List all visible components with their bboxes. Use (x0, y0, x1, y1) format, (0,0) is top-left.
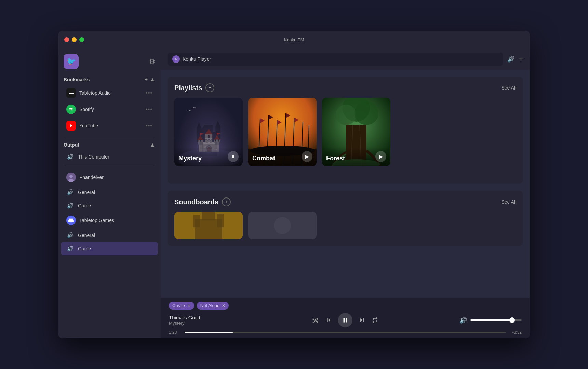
window-title: Kenku FM (284, 37, 304, 42)
mystery-play-btn[interactable]: ⏸ (228, 151, 239, 162)
volume-slider[interactable] (470, 319, 522, 321)
playlist-card-combat[interactable]: Combat ▶ (248, 98, 317, 166)
tag-castle-close[interactable]: ✕ (187, 303, 191, 308)
this-computer-label: This Computer (78, 154, 109, 160)
topbar-volume-icon[interactable]: 🔊 (507, 55, 515, 63)
forest-play-btn[interactable]: ▶ (375, 151, 386, 162)
progress-bar[interactable] (185, 332, 506, 333)
player-selector[interactable]: K Kenku Player (168, 53, 503, 66)
soundboards-section: Soundboards + See All (168, 191, 523, 246)
output-item-general-2[interactable]: 🔊 General (61, 229, 158, 242)
spotify-menu[interactable]: ••• (146, 106, 152, 112)
general-2-label: General (78, 233, 95, 238)
forest-name: Forest (326, 155, 345, 162)
settings-button[interactable]: ⚙ (149, 57, 155, 66)
soundboards-preview (174, 212, 516, 239)
output-item-game-2[interactable]: 🔊 Game (61, 242, 158, 255)
speaker-icon-5: 🔊 (66, 245, 75, 252)
svg-marker-13 (197, 122, 202, 128)
spotify-label: Spotify (79, 107, 94, 112)
game-2-label: Game (78, 246, 91, 251)
phandelver-avatar (66, 173, 76, 182)
svg-point-4 (69, 175, 73, 178)
progress-fill (185, 332, 233, 333)
combat-overlay: Combat ▶ (248, 147, 317, 166)
soundboard-card-2[interactable] (248, 212, 317, 239)
combat-play-btn[interactable]: ▶ (302, 151, 312, 162)
speaker-icon: 🔊 (66, 153, 75, 160)
soundboards-title: Soundboards (174, 198, 218, 206)
sidebar-item-spotify[interactable]: Spotify ••• (61, 101, 158, 118)
youtube-menu[interactable]: ••• (146, 123, 152, 129)
output-item-tabletop-games[interactable]: Tabletop Games (61, 212, 158, 229)
tag-not-alone-label: Not Alone (200, 303, 219, 308)
maximize-button[interactable] (79, 37, 84, 42)
output-collapse-icon[interactable]: ▲ (150, 142, 155, 148)
sidebar-header: 🐦 ⚙ (58, 54, 161, 74)
tag-not-alone-close[interactable]: ✕ (222, 303, 225, 308)
tag-castle-label: Castle (172, 303, 185, 308)
speaker-icon-4: 🔊 (66, 232, 75, 238)
volume-icon: 🔊 (459, 316, 467, 324)
close-button[interactable] (64, 37, 69, 42)
tabletop-audio-label: Tabletop Audio (79, 90, 111, 96)
svg-rect-11 (204, 125, 213, 134)
playlists-title: Playlists (174, 84, 202, 92)
bookmarks-collapse-icon[interactable]: ▲ (150, 77, 155, 83)
app-logo: 🐦 (64, 54, 79, 69)
pause-button[interactable] (338, 313, 352, 327)
player-dot: K (172, 55, 180, 63)
tabletop-audio-icon: ▬▬ (66, 88, 76, 98)
svg-rect-43 (217, 214, 224, 227)
speaker-icon-2: 🔊 (66, 189, 75, 195)
playlists-grid: Mystery ⏸ (174, 98, 516, 166)
repeat-button[interactable] (372, 317, 378, 324)
svg-point-38 (355, 101, 378, 125)
titlebar: Kenku FM (58, 31, 530, 49)
combat-name: Combat (252, 155, 275, 162)
speaker-icon-3: 🔊 (66, 202, 75, 209)
next-button[interactable] (359, 317, 365, 324)
sidebar-item-youtube[interactable]: YouTube ••• (61, 118, 158, 134)
playlists-see-all[interactable]: See All (501, 85, 516, 91)
output-item-phandelver[interactable]: Phandelver (61, 169, 158, 186)
playlist-card-forest[interactable]: Forest ▶ (322, 98, 390, 166)
scroll-area: Playlists + See All (161, 70, 530, 298)
prev-button[interactable] (325, 317, 332, 324)
main-content: K Kenku Player 🔊 + Playlists + See All (161, 49, 530, 338)
svg-marker-12 (200, 125, 204, 132)
app-window: Kenku FM 🐦 ⚙ Bookmarks + ▲ ▬▬ (58, 31, 530, 338)
phandelver-label: Phandelver (79, 175, 104, 180)
soundboards-add-button[interactable]: + (222, 197, 231, 206)
minimize-button[interactable] (72, 37, 77, 42)
mystery-overlay: Mystery ⏸ (174, 147, 243, 166)
spotify-icon (66, 105, 76, 114)
youtube-label: YouTube (79, 123, 98, 128)
svg-marker-14 (215, 121, 220, 127)
soundboards-header: Soundboards + See All (174, 197, 516, 206)
playlists-add-button[interactable]: + (205, 83, 214, 92)
playlists-header: Playlists + See All (174, 83, 516, 92)
time-current: 1:28 (169, 330, 181, 335)
svg-rect-42 (193, 215, 200, 227)
forest-overlay: Forest ▶ (322, 147, 390, 166)
soundboards-see-all[interactable]: See All (501, 199, 516, 205)
topbar-add-icon[interactable]: + (519, 55, 523, 63)
game-1-label: Game (78, 203, 91, 208)
soundboard-card-1[interactable] (174, 212, 243, 239)
tag-not-alone: Not Alone ✕ (197, 302, 229, 310)
output-item-general-1[interactable]: 🔊 General (61, 186, 158, 199)
output-item-this-computer[interactable]: 🔊 This Computer (61, 150, 158, 163)
bookmarks-controls: + ▲ (145, 77, 155, 83)
sidebar-item-tabletop-audio[interactable]: ▬▬ Tabletop Audio ••• (61, 85, 158, 101)
output-item-game-1[interactable]: 🔊 Game (61, 199, 158, 212)
track-title: Thieves Guild (169, 315, 237, 320)
bookmarks-add-icon[interactable]: + (145, 77, 148, 83)
svg-rect-10 (215, 127, 220, 142)
shuffle-button[interactable] (312, 317, 319, 324)
player-label: Kenku Player (183, 56, 211, 62)
tags-row: Castle ✕ Not Alone ✕ (169, 302, 522, 310)
svg-rect-44 (202, 212, 215, 220)
tabletop-audio-menu[interactable]: ••• (146, 90, 152, 96)
playlist-card-mystery[interactable]: Mystery ⏸ (174, 98, 243, 166)
